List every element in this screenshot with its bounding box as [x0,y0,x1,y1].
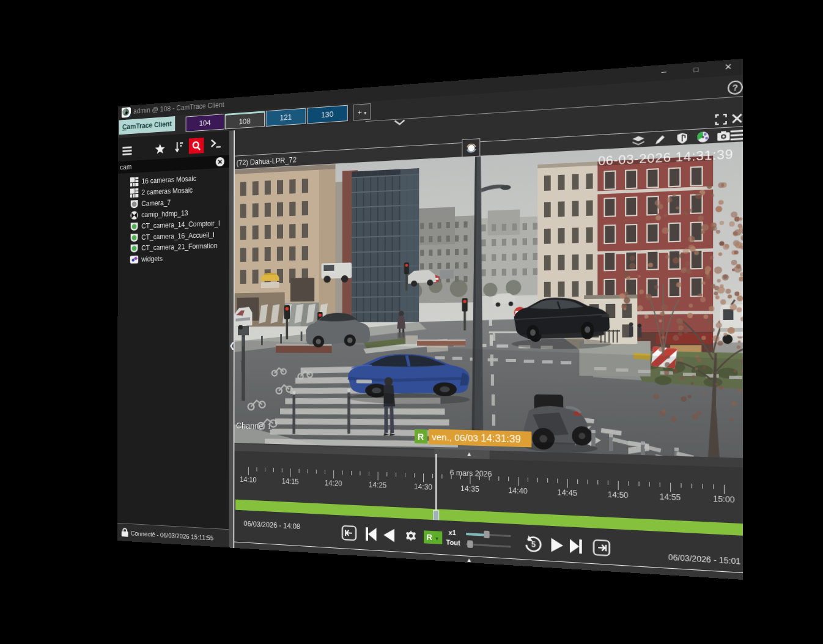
svg-text:5: 5 [531,541,536,549]
svg-text:R: R [418,432,424,442]
svg-text:Channel 1: Channel 1 [236,421,271,431]
